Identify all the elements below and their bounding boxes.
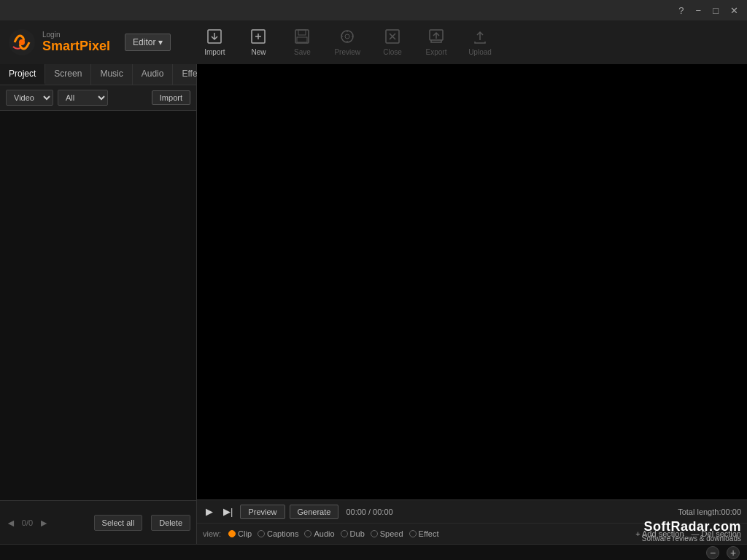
new-icon xyxy=(250,28,266,47)
app-name-part1: Smart xyxy=(42,39,80,53)
preview-button[interactable]: Preview xyxy=(240,505,285,519)
export-label: Export xyxy=(426,48,447,56)
close-label: Close xyxy=(383,48,402,56)
tab-screen[interactable]: Screen xyxy=(45,64,91,85)
speed-radio[interactable]: Speed xyxy=(371,529,403,538)
svg-point-1 xyxy=(19,39,25,45)
logo-area: Login SmartPixel xyxy=(7,28,110,57)
save-toolbar-item: Save xyxy=(280,24,324,61)
close-toolbar-item: Close xyxy=(371,24,414,61)
time-current: 00:00 xyxy=(346,508,366,516)
chevron-down-icon: ▾ xyxy=(158,37,163,47)
generate-button[interactable]: Generate xyxy=(290,505,339,519)
save-label: Save xyxy=(294,48,311,56)
export-icon xyxy=(428,28,444,47)
dub-radio-indicator xyxy=(341,530,348,537)
upload-toolbar-item: Upload xyxy=(458,24,502,61)
preview-icon xyxy=(339,28,355,47)
time-total: 00:00 xyxy=(373,508,393,516)
preview-label: Preview xyxy=(334,48,360,56)
svg-rect-6 xyxy=(297,37,307,42)
watermark: SoftRadar.com Software reviews & downloa… xyxy=(642,519,741,542)
prev-page-button[interactable]: ◄ xyxy=(6,517,16,529)
tab-audio[interactable]: Audio xyxy=(133,64,174,85)
toolbar: Import New Save xyxy=(193,24,740,61)
tab-project[interactable]: Project xyxy=(0,64,45,85)
close-button[interactable]: ✕ xyxy=(727,6,741,15)
zoom-in-button[interactable]: + xyxy=(727,546,740,559)
restore-button[interactable]: □ xyxy=(710,6,721,15)
svg-point-8 xyxy=(345,34,349,39)
svg-rect-5 xyxy=(298,30,306,35)
close-toolbar-icon xyxy=(384,28,400,47)
view-label: view: xyxy=(203,529,221,538)
logo-icon xyxy=(7,28,36,57)
effect-radio[interactable]: Effect xyxy=(409,529,439,538)
left-bottom-controls: ◄ 0/0 ► Select all Delete xyxy=(0,500,197,544)
import-button[interactable]: Import xyxy=(152,90,190,105)
svg-rect-4 xyxy=(295,30,309,43)
total-length-display: Total length:00:00 xyxy=(678,508,741,516)
filter-row: Video Audio Image All Recent Import xyxy=(0,85,196,111)
clip-radio[interactable]: Clip xyxy=(228,529,252,538)
preview-area xyxy=(197,64,747,544)
import-label: Import xyxy=(204,48,225,56)
upload-label: Upload xyxy=(468,48,492,56)
svg-point-7 xyxy=(341,31,353,42)
left-panel: Project Screen Music Audio Effect Video … xyxy=(0,64,197,544)
header: Login SmartPixel Editor ▾ Import xyxy=(0,20,747,64)
logo-text: Login SmartPixel xyxy=(42,31,110,54)
preview-toolbar-item: Preview xyxy=(324,24,371,61)
login-label[interactable]: Login xyxy=(42,31,110,39)
app-name-pixel: Pixel xyxy=(80,39,110,53)
media-content-area xyxy=(0,111,196,544)
import-icon xyxy=(206,28,222,47)
new-toolbar-item[interactable]: New xyxy=(236,24,280,61)
captions-radio[interactable]: Captions xyxy=(258,529,298,538)
page-count: 0/0 xyxy=(22,518,33,527)
time-display: 00:00 / 00:00 xyxy=(346,508,392,516)
title-bar: ? − □ ✕ xyxy=(0,0,747,20)
watermark-tagline: Software reviews & downloads xyxy=(642,534,741,542)
dub-radio[interactable]: Dub xyxy=(341,529,365,538)
main-layout: Project Screen Music Audio Effect Video … xyxy=(0,64,747,544)
import-toolbar-item[interactable]: Import xyxy=(193,24,236,61)
captions-radio-indicator xyxy=(258,530,265,537)
clip-radio-indicator xyxy=(228,530,236,537)
view-radio-group: Clip Captions Audio Dub Speed Effect xyxy=(228,529,438,538)
zoom-out-button[interactable]: − xyxy=(706,546,719,559)
export-toolbar-item: Export xyxy=(414,24,458,61)
tab-bar: Project Screen Music Audio Effect xyxy=(0,64,196,85)
help-button[interactable]: ? xyxy=(676,6,686,15)
all-filter-select[interactable]: All Recent xyxy=(58,90,108,106)
type-filter-select[interactable]: Video Audio Image xyxy=(6,90,53,106)
tab-music[interactable]: Music xyxy=(91,64,132,85)
play-button[interactable]: ▶ xyxy=(203,505,216,518)
app-name: SmartPixel xyxy=(42,39,110,54)
upload-icon xyxy=(472,28,488,47)
step-forward-button[interactable]: ▶| xyxy=(220,505,236,518)
save-icon xyxy=(294,28,310,47)
delete-button[interactable]: Delete xyxy=(151,515,190,531)
minimize-button[interactable]: − xyxy=(693,6,705,15)
watermark-name: SoftRadar.com xyxy=(642,519,741,534)
status-bar: − + xyxy=(0,544,747,560)
editor-label: Editor xyxy=(133,37,155,47)
next-page-button[interactable]: ► xyxy=(39,517,49,529)
audio-radio-indicator xyxy=(304,530,311,537)
editor-dropdown-button[interactable]: Editor ▾ xyxy=(125,34,171,51)
select-all-button[interactable]: Select all xyxy=(94,515,143,531)
audio-radio[interactable]: Audio xyxy=(304,529,334,538)
speed-radio-indicator xyxy=(371,530,378,537)
effect-radio-indicator xyxy=(409,530,417,537)
new-label: New xyxy=(251,48,266,56)
